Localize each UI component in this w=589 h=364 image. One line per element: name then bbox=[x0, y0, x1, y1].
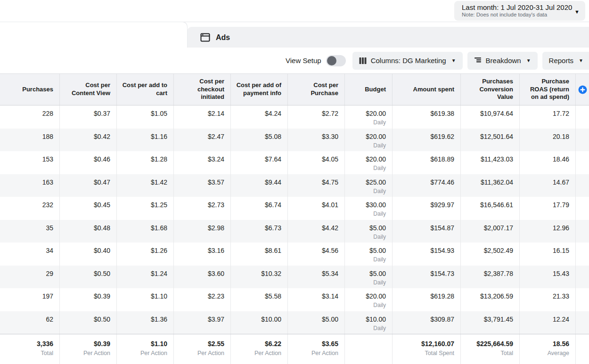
view-setup-toggle[interactable] bbox=[326, 55, 346, 66]
col-header-cost-per-add-to-cart[interactable]: Cost per add to cart bbox=[117, 74, 174, 105]
reports-button[interactable]: Reports ▼ bbox=[542, 52, 589, 70]
budget-sublabel: Daily bbox=[347, 256, 386, 263]
cell-cost-per-purchase: $2.72 bbox=[288, 105, 345, 129]
cell-cost-per-checkout-initiated: $3.57 bbox=[174, 174, 231, 197]
add-column-button[interactable] bbox=[576, 74, 589, 105]
cell-amount-spent: $929.97 bbox=[393, 197, 461, 220]
date-range-selector[interactable]: Last month: 1 Jul 2020-31 Jul 2020 Note:… bbox=[454, 1, 585, 21]
cell-cost-per-add-of-payment-info: $5.58 bbox=[231, 288, 288, 311]
cell-cost-per-add-of-payment-info: $7.64 bbox=[231, 151, 288, 174]
toggle-knob bbox=[327, 56, 336, 65]
budget-sublabel: Daily bbox=[347, 325, 386, 332]
table-row[interactable]: 163 $0.47 $1.42 $3.57 $9.44 $4.75 $25.00… bbox=[0, 174, 589, 197]
breakdown-button[interactable]: Breakdown ▼ bbox=[467, 52, 538, 70]
col-header-cost-per-content-view[interactable]: Cost per Content View bbox=[60, 74, 117, 105]
columns-icon bbox=[359, 57, 367, 65]
table-row[interactable]: 228 $0.37 $1.05 $2.14 $4.24 $2.72 $20.00… bbox=[0, 105, 589, 129]
active-tab[interactable] bbox=[0, 22, 187, 48]
cell-amount-spent: $619.62 bbox=[393, 129, 461, 152]
table-row[interactable]: 188 $0.42 $1.16 $2.47 $5.08 $3.30 $20.00… bbox=[0, 129, 589, 152]
cell-add-column-gutter bbox=[576, 243, 589, 266]
cell-cost-per-purchase: $3.30 bbox=[288, 129, 345, 152]
total-purchases: 3,336 Total bbox=[0, 334, 60, 364]
budget-sublabel: Daily bbox=[347, 210, 386, 217]
col-header-amount-spent[interactable]: Amount spent bbox=[393, 74, 461, 105]
cell-amount-spent: $154.87 bbox=[393, 220, 461, 243]
cell-purchase-roas: 17.79 bbox=[520, 197, 576, 220]
cell-cost-per-add-of-payment-info: $6.74 bbox=[231, 197, 288, 220]
cell-purchases-conversion-value: $2,502.49 bbox=[461, 243, 520, 266]
caret-down-icon: ▼ bbox=[574, 9, 580, 15]
cell-purchase-roas: 12.96 bbox=[520, 220, 576, 243]
table-row[interactable]: 29 $0.50 $1.24 $3.60 $10.32 $5.34 $5.00 … bbox=[0, 266, 589, 289]
cell-cost-per-add-to-cart: $1.10 bbox=[117, 288, 174, 311]
cell-cost-per-add-of-payment-info: $4.24 bbox=[231, 105, 288, 129]
cell-cost-per-add-to-cart: $1.24 bbox=[117, 266, 174, 289]
cell-add-column-gutter bbox=[576, 311, 589, 334]
cell-amount-spent: $774.46 bbox=[393, 174, 461, 197]
cell-cost-per-add-of-payment-info: $10.32 bbox=[231, 266, 288, 289]
col-header-cost-per-purchase[interactable]: Cost per Purchase bbox=[288, 74, 345, 105]
cell-cost-per-content-view: $0.46 bbox=[60, 151, 117, 174]
table-row[interactable]: 232 $0.45 $1.25 $2.73 $6.74 $4.01 $30.00… bbox=[0, 197, 589, 220]
col-header-purchases[interactable]: Purchases bbox=[0, 74, 60, 105]
breakdown-button-label: Breakdown bbox=[486, 57, 521, 65]
cell-purchases: 35 bbox=[0, 220, 60, 243]
cell-amount-spent: $618.89 bbox=[393, 151, 461, 174]
budget-sublabel: Daily bbox=[347, 119, 386, 126]
cell-cost-per-content-view: $0.50 bbox=[60, 266, 117, 289]
table-row[interactable]: 62 $0.50 $1.36 $3.97 $10.00 $5.00 $10.00… bbox=[0, 311, 589, 334]
cell-cost-per-purchase: $4.56 bbox=[288, 243, 345, 266]
columns-button[interactable]: Columns: DG Marketing ▼ bbox=[352, 52, 463, 70]
budget-sublabel: Daily bbox=[347, 142, 386, 149]
cell-add-column-gutter bbox=[576, 220, 589, 243]
cell-purchases-conversion-value: $11,423.03 bbox=[461, 151, 520, 174]
cell-purchase-roas: 17.72 bbox=[520, 105, 576, 129]
table-row[interactable]: 197 $0.39 $1.10 $2.23 $5.58 $3.14 $20.00… bbox=[0, 288, 589, 311]
cell-cost-per-add-to-cart: $1.26 bbox=[117, 243, 174, 266]
cell-budget: $30.00 Daily bbox=[345, 197, 393, 220]
cell-amount-spent: $619.38 bbox=[393, 105, 461, 129]
table-body: 228 $0.37 $1.05 $2.14 $4.24 $2.72 $20.00… bbox=[0, 105, 589, 334]
total-cost-per-add-to-cart: $1.10 Per Action bbox=[117, 334, 174, 364]
col-header-cost-per-checkout-initiated[interactable]: Cost per checkout initiated bbox=[174, 74, 231, 105]
date-range-label: Last month: 1 Jul 2020-31 Jul 2020 bbox=[462, 3, 569, 11]
cell-purchase-roas: 16.15 bbox=[520, 243, 576, 266]
cell-purchase-roas: 14.67 bbox=[520, 174, 576, 197]
col-header-purchases-conversion-value[interactable]: Purchases Conversion Value bbox=[461, 74, 520, 105]
col-header-cost-per-add-of-payment-info[interactable]: Cost per add of payment info bbox=[231, 74, 288, 105]
cell-purchases: 197 bbox=[0, 288, 60, 311]
table-row[interactable]: 35 $0.48 $1.68 $2.98 $6.73 $4.42 $5.00 D… bbox=[0, 220, 589, 243]
table-row[interactable]: 34 $0.40 $1.26 $3.16 $8.61 $4.56 $5.00 D… bbox=[0, 243, 589, 266]
col-header-purchase-roas[interactable]: Purchase ROAS (return on ad spend) bbox=[520, 74, 576, 105]
cell-budget: $20.00 Daily bbox=[345, 105, 393, 129]
cell-cost-per-add-to-cart: $1.42 bbox=[117, 174, 174, 197]
cell-cost-per-content-view: $0.37 bbox=[60, 105, 117, 129]
cell-cost-per-add-of-payment-info: $6.73 bbox=[231, 220, 288, 243]
cell-purchases: 62 bbox=[0, 311, 60, 334]
cell-cost-per-checkout-initiated: $2.23 bbox=[174, 288, 231, 311]
cell-add-column-gutter bbox=[576, 174, 589, 197]
cell-purchases: 228 bbox=[0, 105, 60, 129]
total-cost-per-purchase: $3.65 Per Action bbox=[288, 334, 345, 364]
cell-cost-per-add-of-payment-info: $10.00 bbox=[231, 311, 288, 334]
cell-cost-per-checkout-initiated: $2.14 bbox=[174, 105, 231, 129]
reports-button-label: Reports bbox=[549, 57, 574, 65]
cell-add-column-gutter bbox=[576, 151, 589, 174]
cell-cost-per-add-to-cart: $1.16 bbox=[117, 129, 174, 152]
cell-amount-spent: $154.93 bbox=[393, 243, 461, 266]
cell-purchases-conversion-value: $3,791.45 bbox=[461, 311, 520, 334]
table-row[interactable]: 153 $0.46 $1.28 $3.24 $7.64 $4.05 $20.00… bbox=[0, 151, 589, 174]
tab-ads-content[interactable]: Ads bbox=[200, 27, 230, 48]
col-header-budget[interactable]: Budget bbox=[345, 74, 393, 105]
cell-budget: $20.00 Daily bbox=[345, 288, 393, 311]
cell-purchases: 232 bbox=[0, 197, 60, 220]
ads-window-icon bbox=[200, 33, 210, 42]
toolbar: View Setup Columns: DG Marketing ▼ bbox=[0, 48, 589, 73]
cell-cost-per-content-view: $0.48 bbox=[60, 220, 117, 243]
tab-ads[interactable] bbox=[187, 27, 589, 48]
ads-manager-screen: Last month: 1 Jul 2020-31 Jul 2020 Note:… bbox=[0, 0, 589, 364]
cell-cost-per-purchase: $4.42 bbox=[288, 220, 345, 243]
cell-cost-per-content-view: $0.40 bbox=[60, 243, 117, 266]
cell-purchase-roas: 12.24 bbox=[520, 311, 576, 334]
